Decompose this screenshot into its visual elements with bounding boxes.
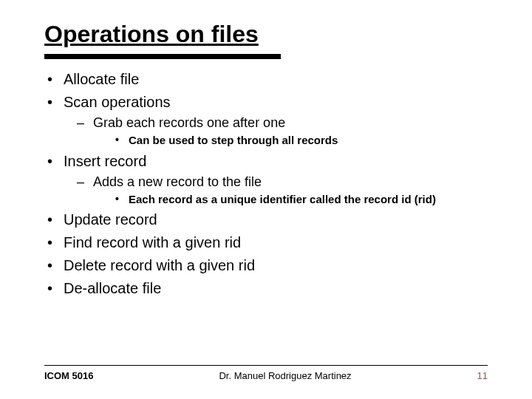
list-item: De-allocate file [44,279,488,299]
footer: ICOM 5016 Dr. Manuel Rodriguez Martinez … [0,365,532,381]
footer-center: Dr. Manuel Rodriguez Martinez [93,370,477,381]
bullet-text: Adds a new record to the file [93,174,262,189]
list-item: Can be used to step through all records [93,133,488,148]
list-item: Insert record Adds a new record to the f… [44,151,488,208]
bullet-text: Can be used to step through all records [129,134,338,146]
bullet-list: Allocate file Scan operations Grab each … [44,69,488,299]
bullet-text: Find record with a given rid [64,234,241,250]
bullet-text: Grab each records one after one [93,115,285,130]
list-item: Allocate file [44,69,488,89]
list-item: Each record as a unique identifier calle… [93,192,488,207]
sub-list: Adds a new record to the file Each recor… [64,173,488,208]
slide-content: Allocate file Scan operations Grab each … [44,69,488,299]
list-item: Adds a new record to the file Each recor… [64,173,488,208]
list-item: Grab each records one after one Can be u… [64,114,488,149]
slide: Operations on files Allocate file Scan o… [0,0,532,399]
bullet-text: Allocate file [64,71,139,87]
list-item: Update record [44,210,488,230]
bullet-text: Scan operations [64,94,171,110]
list-item: Delete record with a given rid [44,256,488,276]
sub-sub-list: Each record as a unique identifier calle… [93,192,488,207]
bullet-text: Update record [64,211,157,228]
bullet-text: Delete record with a given rid [64,257,255,273]
footer-row: ICOM 5016 Dr. Manuel Rodriguez Martinez … [44,370,488,381]
footer-page-number: 11 [477,370,488,381]
slide-title: Operations on files [44,21,488,48]
bullet-text: Insert record [64,153,146,169]
list-item: Scan operations Grab each records one af… [44,92,488,149]
sub-sub-list: Can be used to step through all records [93,133,488,148]
list-item: Find record with a given rid [44,233,488,253]
bullet-text: Each record as a unique identifier calle… [129,193,436,205]
footer-rule [44,365,488,366]
footer-left: ICOM 5016 [44,370,93,381]
bullet-text: De-allocate file [64,280,161,296]
sub-list: Grab each records one after one Can be u… [64,114,488,149]
title-rule [44,54,281,59]
